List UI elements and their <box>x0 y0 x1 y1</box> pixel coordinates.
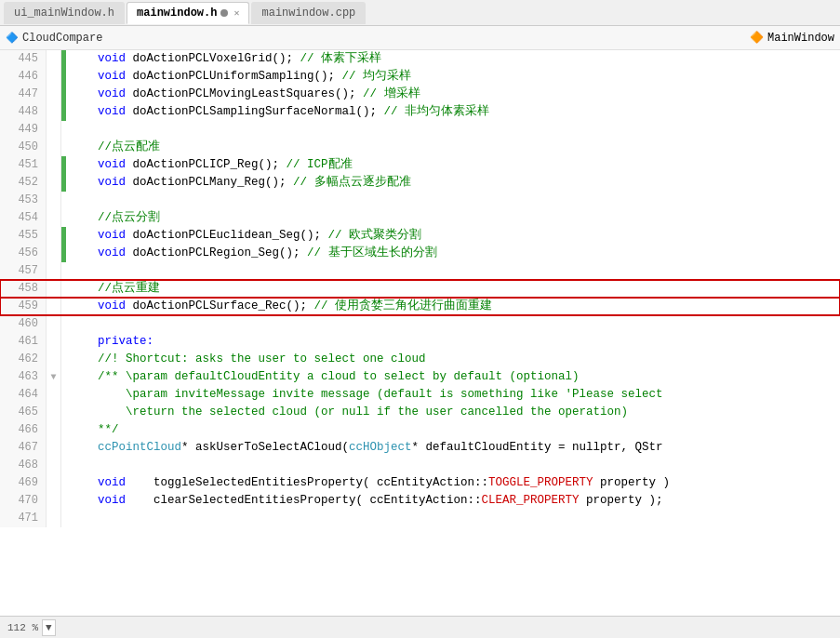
code-line: void doActionPCLSamplingSurfaceNormal();… <box>66 103 840 121</box>
line-number: 462 <box>0 351 47 368</box>
line-number: 449 <box>0 121 47 139</box>
line-number: 450 <box>0 139 47 156</box>
fold-marker <box>47 404 61 421</box>
code-line: void toggleSelectedEntitiesProperty( ccE… <box>66 474 840 492</box>
zoom-down-icon[interactable]: ▼ <box>42 619 56 636</box>
line-number: 466 <box>0 421 47 439</box>
status-bar: 112 % ▼ <box>0 616 840 638</box>
fold-marker <box>47 457 61 474</box>
table-row: 462 //! Shortcut: asks the user to selec… <box>0 351 840 368</box>
tab-mainwindow-h[interactable]: mainwindow.h ✕ <box>127 2 249 24</box>
fold-marker <box>47 351 61 368</box>
line-number: 446 <box>0 68 47 86</box>
tab-bar: ui_mainWindow.h mainwindow.h ✕ mainwindo… <box>0 0 840 26</box>
fold-marker <box>47 474 61 492</box>
tab-label: ui_mainWindow.h <box>14 7 114 20</box>
tab-close-btn[interactable]: ✕ <box>233 7 239 19</box>
code-line: //点云分割 <box>66 209 840 227</box>
breadcrumb-right-icon: 🔶 <box>750 31 764 45</box>
breadcrumb-left[interactable]: 🔷 CloudCompare <box>6 32 750 45</box>
code-line: private: <box>66 333 840 351</box>
table-row: 465 \return the selected cloud (or null … <box>0 404 840 421</box>
code-wrapper: 445 void doActionPCLVoxelGrid(); // 体素下采… <box>0 50 840 527</box>
code-line <box>66 457 840 474</box>
fold-marker <box>47 421 61 439</box>
line-number: 456 <box>0 245 47 262</box>
line-number: 454 <box>0 209 47 227</box>
fold-marker <box>47 174 61 192</box>
line-number: 451 <box>0 156 47 174</box>
table-row: 457 <box>0 262 840 280</box>
breadcrumb-bar: 🔷 CloudCompare 🔶 MainWindow <box>0 26 840 50</box>
table-row: 459 void doActionPCLSurface_Rec(); // 使用… <box>0 298 840 315</box>
table-row: 464 \param inviteMessage invite message … <box>0 386 840 404</box>
fold-marker <box>47 50 61 68</box>
editor: 445 void doActionPCLVoxelGrid(); // 体素下采… <box>0 50 840 616</box>
code-line: void clearSelectedEntitiesProperty( ccEn… <box>66 492 840 510</box>
line-number: 453 <box>0 192 47 209</box>
line-number: 465 <box>0 404 47 421</box>
line-number: 463 <box>0 368 47 386</box>
code-line: void doActionPCLMany_Reg(); // 多幅点云逐步配准 <box>66 174 840 192</box>
code-line: ccPointCloud* askUserToSelectACloud(ccHO… <box>66 439 840 457</box>
fold-marker <box>47 86 61 103</box>
fold-marker <box>47 439 61 457</box>
zoom-control[interactable]: 112 % ▼ <box>7 619 56 636</box>
table-row: 452 void doActionPCLMany_Reg(); // 多幅点云逐… <box>0 174 840 192</box>
fold-marker <box>47 386 61 404</box>
code-line: void doActionPCLICP_Reg(); // ICP配准 <box>66 156 840 174</box>
table-row: 458 //点云重建 <box>0 280 840 298</box>
tab-mainwindow-cpp[interactable]: mainwindow.cpp <box>251 2 366 24</box>
breadcrumb-left-icon: 🔷 <box>6 32 19 44</box>
line-number: 461 <box>0 333 47 351</box>
breadcrumb-right-text: MainWindow <box>767 32 834 45</box>
zoom-level: 112 % <box>7 622 38 633</box>
fold-marker <box>47 245 61 262</box>
fold-marker <box>47 333 61 351</box>
table-row: 460 <box>0 315 840 333</box>
fold-marker <box>47 510 61 527</box>
code-line <box>66 121 840 139</box>
code-line: void doActionPCLSurface_Rec(); // 使用贪婪三角… <box>66 298 840 315</box>
fold-marker <box>47 139 61 156</box>
line-number: 469 <box>0 474 47 492</box>
tab-ui-mainwindow-h[interactable]: ui_mainWindow.h <box>4 2 125 24</box>
fold-marker <box>47 298 61 315</box>
tab-label: mainwindow.h <box>137 7 217 20</box>
code-content[interactable]: 445 void doActionPCLVoxelGrid(); // 体素下采… <box>0 50 840 616</box>
table-row: 463▼ /** \param defaultCloudEntity a clo… <box>0 368 840 386</box>
table-row: 469 void toggleSelectedEntitiesProperty(… <box>0 474 840 492</box>
line-number: 445 <box>0 50 47 68</box>
table-row: 466 **/ <box>0 421 840 439</box>
line-number: 459 <box>0 298 47 315</box>
status-bar-left: 112 % ▼ <box>7 619 56 636</box>
table-row: 448 void doActionPCLSamplingSurfaceNorma… <box>0 103 840 121</box>
line-number: 447 <box>0 86 47 103</box>
table-row: 455 void doActionPCLEuclidean_Seg(); // … <box>0 227 840 245</box>
line-number: 455 <box>0 227 47 245</box>
line-number: 464 <box>0 386 47 404</box>
table-row: 467 ccPointCloud* askUserToSelectACloud(… <box>0 439 840 457</box>
code-line: **/ <box>66 421 840 439</box>
table-row: 446 void doActionPCLUniformSampling(); /… <box>0 68 840 86</box>
table-row: 468 <box>0 457 840 474</box>
code-line <box>66 315 840 333</box>
tab-label: mainwindow.cpp <box>261 7 355 20</box>
fold-marker[interactable]: ▼ <box>47 368 61 386</box>
code-line: void doActionPCLMovingLeastSquares(); //… <box>66 86 840 103</box>
line-number: 458 <box>0 280 47 298</box>
line-number: 457 <box>0 262 47 280</box>
code-line <box>66 262 840 280</box>
table-row: 447 void doActionPCLMovingLeastSquares()… <box>0 86 840 103</box>
fold-marker <box>47 262 61 280</box>
code-line: void doActionPCLRegion_Seg(); // 基于区域生长的… <box>66 245 840 262</box>
code-line: void doActionPCLEuclidean_Seg(); // 欧式聚类… <box>66 227 840 245</box>
line-number: 460 <box>0 315 47 333</box>
breadcrumb-right[interactable]: 🔶 MainWindow <box>750 31 834 45</box>
table-row: 456 void doActionPCLRegion_Seg(); // 基于区… <box>0 245 840 262</box>
code-line: void doActionPCLVoxelGrid(); // 体素下采样 <box>66 50 840 68</box>
line-number: 448 <box>0 103 47 121</box>
code-line: //点云配准 <box>66 139 840 156</box>
code-line: \return the selected cloud (or null if t… <box>66 404 840 421</box>
lines-wrapper: 445 void doActionPCLVoxelGrid(); // 体素下采… <box>0 50 840 527</box>
